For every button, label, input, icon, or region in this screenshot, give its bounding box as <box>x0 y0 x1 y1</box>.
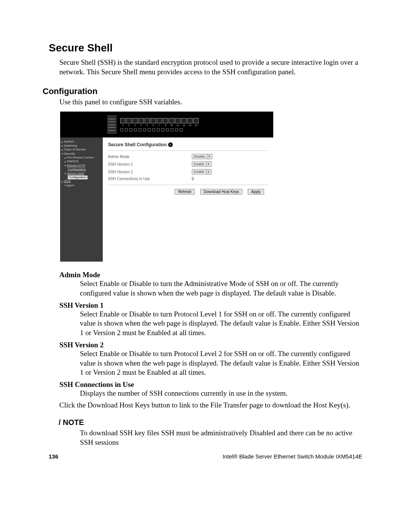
nav-logout[interactable]: Logout <box>62 184 101 187</box>
ssh-v2-select[interactable]: Enable ▾ <box>192 169 212 174</box>
page-number: 136 <box>49 453 58 460</box>
nav-system[interactable]: ▸System <box>62 140 101 144</box>
config-panel: Secure Shell Configuration ? Admin Mode … <box>103 137 273 262</box>
note-heading: / NOTE <box>59 418 362 427</box>
port-grid: 123456781011121314 <box>120 118 199 131</box>
device-header: 123456781011121314 <box>60 112 273 137</box>
nav-switching[interactable]: ▸Switching <box>62 144 101 148</box>
nav-port-access-control[interactable]: ▸Port Access Control <box>62 156 101 160</box>
arrow-down-icon: ▾ <box>65 164 66 167</box>
doc-title: Intel® Blade Server Ethernet Switch Modu… <box>223 453 362 460</box>
def-term-ssh-v1: SSH Version 1 <box>59 301 362 310</box>
panel-title: Secure Shell Configuration ? <box>108 142 268 151</box>
page-heading: Secure Shell <box>49 42 362 54</box>
note-body: To download SSH key files SSH must be ad… <box>80 428 362 447</box>
arrow-icon: ▸ <box>62 148 63 152</box>
arrow-down-icon: ▾ <box>62 152 63 155</box>
apply-button[interactable]: Apply <box>248 189 264 195</box>
chevron-down-icon: ▾ <box>206 162 210 166</box>
nav-qos[interactable]: ▸QOS <box>62 179 101 183</box>
ssh-conn-label: SSH Connections in Use <box>108 177 192 181</box>
def-desc-ssh-v2: Select Enable or Disable to turn Protoco… <box>80 349 362 377</box>
nav-secure-http-config[interactable]: Configuration <box>62 168 101 171</box>
sidebar-nav: ▸System ▸Switching ▸Class of Service ▾Se… <box>60 137 103 262</box>
arrow-icon: ▸ <box>62 140 63 144</box>
def-desc-ssh-v1: Select Enable or Disable to turn Protoco… <box>80 310 362 338</box>
ssh-v2-label: SSH Version 2 <box>108 170 192 174</box>
def-term-ssh-v2: SSH Version 2 <box>59 341 362 349</box>
chevron-down-icon: ▾ <box>206 169 210 174</box>
def-desc-ssh-conn: Displays the number of SSH connections c… <box>80 389 362 398</box>
section-heading: Configuration <box>43 86 362 96</box>
admin-mode-select[interactable]: Disable ▾ <box>192 154 212 159</box>
page-footer: 136 Intel® Blade Server Ethernet Switch … <box>49 453 362 460</box>
arrow-icon: ▸ <box>65 160 66 163</box>
nav-security[interactable]: ▾Security <box>62 152 101 156</box>
arrow-icon: ▸ <box>62 180 63 183</box>
arrow-down-icon: ▾ <box>65 172 66 175</box>
config-intro: Use this panel to configure SSH variable… <box>59 98 362 106</box>
arrow-icon: ▸ <box>65 156 66 160</box>
nav-secure-shell[interactable]: ▾Secure Shell <box>62 172 101 176</box>
chevron-down-icon: ▾ <box>207 154 211 159</box>
arrow-icon: ▸ <box>62 144 63 147</box>
def-term-ssh-conn: SSH Connections in Use <box>59 380 362 389</box>
help-icon[interactable]: ? <box>168 142 173 147</box>
download-keys-line: Click the Download Host Keys button to l… <box>59 401 362 410</box>
intro-text: Secure Shell (SSH) is the standard encry… <box>59 58 362 77</box>
ssh-v1-label: SSH Version 1 <box>108 162 192 166</box>
ssh-conn-value: 0 <box>192 177 194 181</box>
download-host-keys-button[interactable]: Download Host Keys <box>200 189 242 195</box>
def-term-admin-mode: Admin Mode <box>59 271 362 279</box>
def-desc-admin-mode: Select Enable or Disable to turn the Adm… <box>80 279 362 298</box>
nav-radius[interactable]: ▸RADIUS <box>62 160 101 163</box>
device-icon <box>107 115 116 134</box>
ssh-v1-select[interactable]: Enable ▾ <box>192 161 212 167</box>
config-screenshot: 123456781011121314 ▸System ▸Switching ▸C… <box>60 112 273 262</box>
refresh-button[interactable]: Refresh <box>175 189 195 195</box>
nav-secure-shell-config[interactable]: Configuration <box>62 176 101 179</box>
admin-mode-label: Admin Mode <box>108 155 192 159</box>
nav-secure-http[interactable]: ▾Secure HTTP <box>62 164 101 168</box>
nav-class-of-service[interactable]: ▸Class of Service <box>62 148 101 152</box>
